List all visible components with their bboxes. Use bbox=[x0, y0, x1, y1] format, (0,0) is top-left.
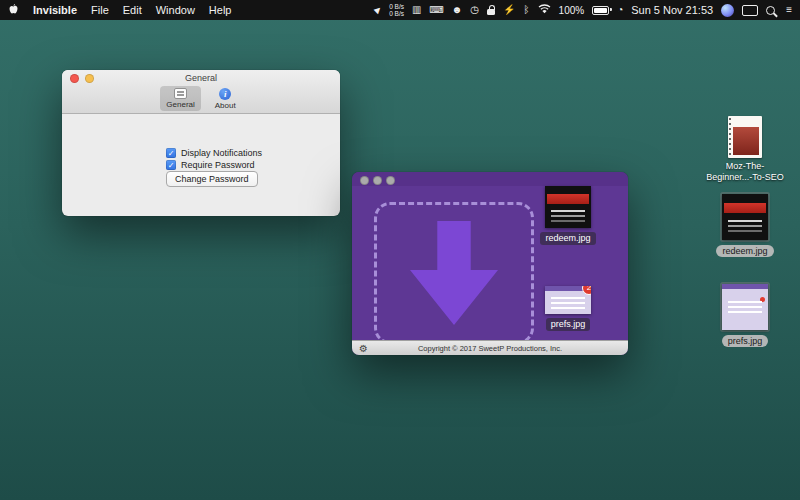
checkbox-display-notifications[interactable]: ✓ Display Notifications bbox=[166, 148, 262, 158]
prefs-thumbnail[interactable]: 2 bbox=[545, 286, 591, 314]
window-header: General General i About bbox=[62, 70, 340, 114]
net-upload-speed: 0 B/s bbox=[389, 3, 404, 10]
clock-menu-icon[interactable]: ◔ bbox=[617, 5, 623, 15]
moz-document-label: Moz-The- Beginner...-To-SEO bbox=[706, 161, 784, 182]
desktop-icon-moz-pdf[interactable]: Moz-The- Beginner...-To-SEO bbox=[703, 116, 787, 182]
menu-datetime[interactable]: Sun 5 Nov 21:53 bbox=[631, 4, 713, 16]
menu-edit[interactable]: Edit bbox=[123, 4, 142, 16]
notification-badge: 2 bbox=[582, 286, 591, 295]
window-titlebar bbox=[352, 172, 628, 186]
checkbox-checked-icon[interactable]: ✓ bbox=[166, 160, 176, 170]
keyboard-icon[interactable]: ⌨ bbox=[429, 5, 443, 15]
minimize-button[interactable] bbox=[85, 74, 94, 83]
notification-center-icon[interactable]: ≡ bbox=[786, 5, 792, 15]
siri-icon[interactable] bbox=[721, 4, 734, 17]
redeem-thumbnail bbox=[722, 194, 768, 240]
change-password-button[interactable]: Change Password bbox=[166, 171, 258, 187]
invisible-drop-window: redeem.jpg 2 prefs.jpg ⚙ Copyright © 201… bbox=[352, 172, 628, 355]
redeem-thumbnail[interactable] bbox=[545, 186, 591, 228]
prefs-filename-label: prefs.jpg bbox=[722, 335, 769, 347]
moz-document-thumbnail bbox=[728, 116, 762, 158]
desktop-icon-redeem[interactable]: redeem.jpg bbox=[703, 192, 787, 257]
prefs-filename-label: prefs.jpg bbox=[546, 318, 591, 331]
app-menu-invisible[interactable]: Invisible bbox=[33, 4, 77, 16]
wifi-icon[interactable] bbox=[538, 4, 551, 16]
moz-label-line1: Moz-The- bbox=[706, 161, 784, 172]
checkbox-require-password-label: Require Password bbox=[181, 160, 255, 170]
checkbox-checked-icon[interactable]: ✓ bbox=[166, 148, 176, 158]
checkbox-display-notifications-label: Display Notifications bbox=[181, 148, 262, 158]
moz-label-line2: Beginner...-To-SEO bbox=[706, 172, 784, 183]
zoom-button[interactable] bbox=[386, 176, 395, 185]
gear-icon[interactable]: ⚙ bbox=[359, 342, 368, 355]
general-preferences-window: General General i About ✓ Display Notifi… bbox=[62, 70, 340, 216]
battery-icon[interactable] bbox=[592, 6, 609, 15]
history-clock-icon[interactable]: ◷ bbox=[470, 5, 479, 15]
menu-window[interactable]: Window bbox=[156, 4, 195, 16]
file-drop-target[interactable] bbox=[374, 202, 534, 344]
selection-highlight bbox=[720, 192, 770, 242]
info-icon: i bbox=[219, 88, 231, 100]
window-file-prefs[interactable]: 2 prefs.jpg bbox=[536, 286, 600, 331]
desktop-icon-prefs[interactable]: prefs.jpg bbox=[703, 282, 787, 347]
prefs-thumbnail bbox=[722, 284, 768, 330]
display-icon[interactable] bbox=[742, 5, 758, 16]
status-bar: ⚙ Copyright © 2017 SweetP Productions, I… bbox=[352, 340, 628, 355]
battery-percent: 100% bbox=[559, 5, 585, 16]
window-file-redeem[interactable]: redeem.jpg bbox=[536, 186, 600, 245]
selection-highlight bbox=[720, 282, 770, 332]
window-title: General bbox=[62, 73, 340, 83]
preferences-toolbar: General i About bbox=[62, 84, 340, 113]
red-dot-icon bbox=[760, 297, 765, 302]
location-icon[interactable]: ▶ bbox=[372, 4, 383, 15]
minimize-button[interactable] bbox=[373, 176, 382, 185]
menu-bar: Invisible File Edit Window Help ▶ 0 B/s … bbox=[0, 0, 800, 20]
network-speed-indicator[interactable]: 0 B/s 0 B/s bbox=[389, 3, 404, 17]
menu-file[interactable]: File bbox=[91, 4, 109, 16]
user-icon[interactable]: ☻ bbox=[452, 5, 463, 15]
close-button[interactable] bbox=[70, 74, 79, 83]
drop-window-body: redeem.jpg 2 prefs.jpg bbox=[352, 186, 628, 340]
toolbar-item-general[interactable]: General bbox=[160, 86, 200, 111]
redeem-filename-label: redeem.jpg bbox=[540, 232, 595, 245]
bandwidth-graph-icon[interactable]: ▥ bbox=[412, 5, 421, 15]
close-button[interactable] bbox=[360, 176, 369, 185]
checkbox-require-password[interactable]: ✓ Require Password bbox=[166, 160, 255, 170]
apple-menu[interactable] bbox=[8, 3, 19, 18]
lock-icon[interactable] bbox=[487, 9, 495, 15]
general-prefs-icon bbox=[174, 88, 187, 99]
download-arrow-icon bbox=[410, 221, 498, 325]
bluetooth-icon[interactable]: ᛒ bbox=[524, 5, 530, 15]
apple-logo-icon bbox=[8, 3, 19, 16]
toolbar-general-label: General bbox=[166, 100, 194, 109]
redeem-filename-label: redeem.jpg bbox=[716, 245, 773, 257]
spotlight-icon[interactable] bbox=[766, 6, 775, 15]
copyright-text: Copyright © 2017 SweetP Productions, Inc… bbox=[352, 344, 628, 353]
toolbar-about-label: About bbox=[215, 101, 236, 110]
bolt-icon[interactable]: ⚡ bbox=[503, 5, 515, 15]
toolbar-item-about[interactable]: i About bbox=[209, 86, 242, 112]
menu-help[interactable]: Help bbox=[209, 4, 232, 16]
net-download-speed: 0 B/s bbox=[389, 10, 404, 17]
desktop: Invisible File Edit Window Help ▶ 0 B/s … bbox=[0, 0, 800, 500]
